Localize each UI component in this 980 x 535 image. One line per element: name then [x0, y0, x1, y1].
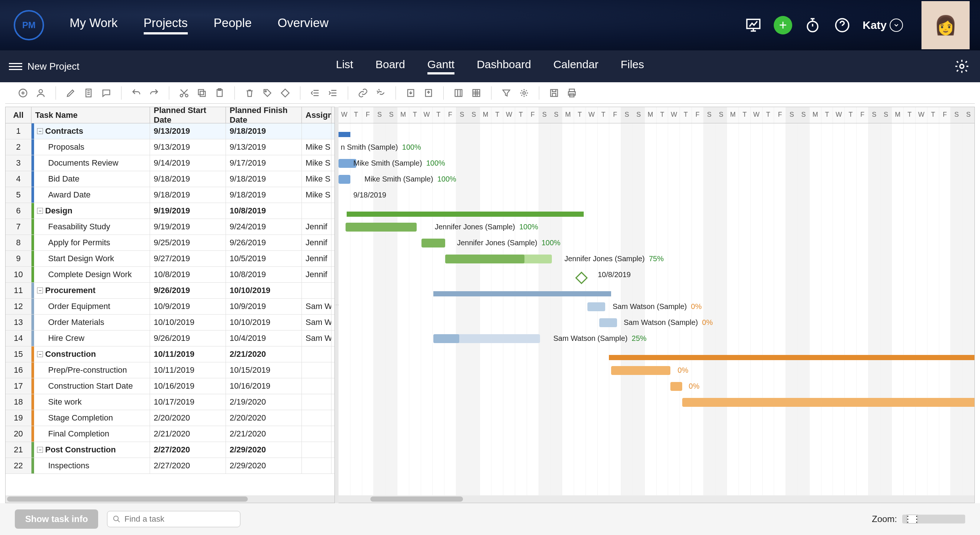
gantt-bar[interactable] [339, 175, 350, 184]
table-row[interactable]: 13Order Materials10/10/201910/10/2019Sam… [6, 315, 334, 331]
filter-icon[interactable] [500, 86, 513, 100]
gantt-body[interactable]: n Smith (Sample) 100%Mike Smith (Sample)… [339, 123, 974, 495]
columns-icon[interactable] [452, 86, 465, 100]
link-icon[interactable] [356, 86, 370, 100]
gantt-bar[interactable] [682, 398, 975, 407]
nav-my-work[interactable]: My Work [70, 16, 118, 35]
table-row[interactable]: 22Inspections2/27/20202/29/2020 [6, 458, 334, 474]
import-icon[interactable] [404, 86, 417, 100]
table-row[interactable]: 21−Post Construction2/27/20202/29/2020 [6, 442, 334, 458]
col-finish[interactable]: Planned Finish Date [226, 107, 302, 123]
gantt-summary-bar[interactable] [433, 291, 611, 296]
zoom-slider[interactable]: ⋮⋮ [902, 514, 965, 524]
diamond-icon[interactable] [278, 86, 292, 100]
unlink-icon[interactable] [374, 86, 387, 100]
presentation-icon[interactable] [744, 16, 763, 35]
hamburger-icon[interactable] [9, 60, 22, 73]
table-row[interactable]: 18Site work10/17/20192/19/2020 [6, 394, 334, 410]
paste-icon[interactable] [213, 86, 226, 100]
milestone-diamond[interactable] [575, 272, 588, 284]
settings-icon[interactable] [953, 57, 971, 76]
table-row[interactable]: 10Complete Design Work10/8/201910/8/2019… [6, 267, 334, 283]
table-row[interactable]: 3Documents Review9/14/20199/17/2019Mike … [6, 155, 334, 171]
search-input[interactable] [124, 514, 235, 524]
assign-user-icon[interactable] [34, 86, 48, 100]
table-row[interactable]: 7Feasability Study9/19/20199/24/2019Jenn… [6, 219, 334, 235]
show-task-info-button[interactable]: Show task info [15, 510, 98, 529]
collapse-icon[interactable]: − [37, 351, 43, 357]
gantt-bar[interactable] [587, 303, 605, 311]
gantt-bar[interactable] [345, 223, 417, 232]
table-row[interactable]: 4Bid Date9/18/20199/18/2019Mike S [6, 171, 334, 187]
table-row[interactable]: 12Order Equipment10/9/201910/9/2019Sam W [6, 299, 334, 315]
search-box[interactable] [107, 511, 240, 527]
print-icon[interactable] [565, 86, 579, 100]
gantt-bar[interactable] [433, 334, 459, 343]
table-row[interactable]: 20Final Completion2/21/20202/21/2020 [6, 426, 334, 442]
table-row[interactable]: 14Hire Crew9/26/201910/4/2019Sam W [6, 331, 334, 346]
collapse-icon[interactable]: − [37, 208, 43, 214]
table-row[interactable]: 15−Construction10/11/20192/21/2020 [6, 346, 334, 362]
settings-small-icon[interactable] [517, 86, 531, 100]
add-button[interactable]: + [774, 16, 792, 35]
save-icon[interactable] [547, 86, 561, 100]
table-row[interactable]: 6−Design9/19/201910/8/2019 [6, 203, 334, 219]
collapse-icon[interactable]: − [37, 128, 43, 134]
col-all[interactable]: All [6, 107, 32, 123]
nav-overview[interactable]: Overview [278, 16, 329, 35]
gantt-bar[interactable] [670, 382, 682, 391]
collapse-icon[interactable]: − [37, 288, 43, 293]
user-menu[interactable]: Katy [862, 19, 903, 32]
table-row[interactable]: 1−Contracts9/13/20199/18/2019 [6, 123, 334, 139]
cut-icon[interactable] [177, 86, 191, 100]
table-row[interactable]: 5Award Date9/18/20199/18/2019Mike S [6, 187, 334, 203]
gantt-bar[interactable] [422, 239, 445, 247]
tab-files[interactable]: Files [621, 58, 644, 75]
grid-icon[interactable] [469, 86, 483, 100]
table-h-scrollbar[interactable] [6, 495, 334, 503]
comment-icon[interactable] [100, 86, 113, 100]
gantt-bar[interactable] [611, 366, 670, 375]
table-row[interactable]: 17Construction Start Date10/16/201910/16… [6, 378, 334, 394]
nav-people[interactable]: People [214, 16, 252, 35]
redo-icon[interactable] [147, 86, 161, 100]
gantt-summary-bar[interactable] [339, 132, 350, 137]
timer-icon[interactable] [803, 16, 822, 35]
table-row[interactable]: 11−Procurement9/26/201910/10/2019 [6, 283, 334, 299]
avatar[interactable]: 👩 [921, 1, 970, 49]
tag-icon[interactable] [261, 86, 274, 100]
col-assigned[interactable]: Assigned [302, 107, 331, 123]
col-start[interactable]: Planned Start Date [150, 107, 226, 123]
undo-icon[interactable] [130, 86, 143, 100]
logo[interactable]: PM [10, 7, 48, 44]
gantt-h-scrollbar[interactable] [339, 495, 974, 503]
export-icon[interactable] [422, 86, 435, 100]
gantt-summary-bar[interactable] [609, 355, 975, 360]
table-row[interactable]: 8Apply for Permits9/25/20199/26/2019Jenn… [6, 235, 334, 251]
indent-icon[interactable] [326, 86, 340, 100]
help-icon[interactable] [833, 16, 851, 35]
tab-dashboard[interactable]: Dashboard [477, 58, 531, 75]
collapse-icon[interactable]: − [37, 447, 43, 453]
notes-icon[interactable] [82, 86, 95, 100]
edit-icon[interactable] [64, 86, 77, 100]
tab-list[interactable]: List [336, 58, 353, 75]
gantt-bar[interactable] [445, 255, 525, 263]
zoom-thumb[interactable]: ⋮⋮ [907, 514, 918, 524]
gantt-h-scroll-thumb[interactable] [371, 497, 463, 502]
delete-icon[interactable] [243, 86, 256, 100]
tab-board[interactable]: Board [375, 58, 405, 75]
table-row[interactable]: 2Proposals9/13/20199/13/2019Mike S [6, 139, 334, 155]
copy-icon[interactable] [195, 86, 208, 100]
outdent-icon[interactable] [309, 86, 322, 100]
tab-calendar[interactable]: Calendar [553, 58, 598, 75]
col-task-name[interactable]: Task Name [32, 107, 150, 123]
table-row[interactable]: 19Stage Completion2/20/20202/20/2020 [6, 410, 334, 426]
tab-gantt[interactable]: Gantt [427, 58, 455, 75]
pane-splitter[interactable]: ⋮ [335, 107, 339, 503]
table-row[interactable]: 16Prep/Pre-construction10/11/201910/15/2… [6, 362, 334, 378]
add-task-icon[interactable] [16, 86, 30, 100]
table-h-scroll-thumb[interactable] [7, 497, 248, 502]
nav-projects[interactable]: Projects [144, 16, 188, 35]
gantt-summary-bar[interactable] [347, 212, 584, 217]
